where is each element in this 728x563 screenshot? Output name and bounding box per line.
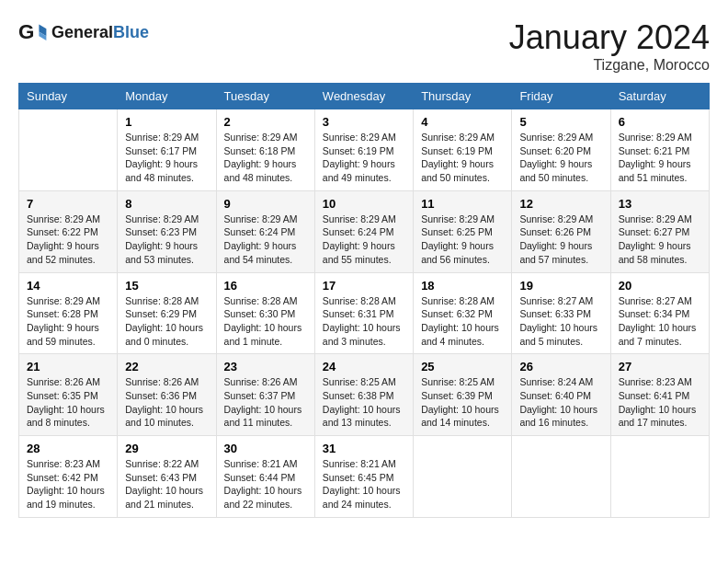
day-number: 20	[619, 279, 701, 293]
day-info: Sunrise: 8:21 AMSunset: 6:44 PMDaylight:…	[224, 457, 307, 511]
calendar-cell	[512, 436, 610, 518]
calendar-cell: 5Sunrise: 8:29 AMSunset: 6:20 PMDaylight…	[512, 109, 610, 191]
day-number: 12	[519, 197, 602, 211]
day-number: 17	[323, 279, 405, 293]
day-number: 30	[224, 442, 307, 455]
day-info: Sunrise: 8:29 AMSunset: 6:26 PMDaylight:…	[519, 213, 602, 267]
calendar-cell: 11Sunrise: 8:29 AMSunset: 6:25 PMDayligh…	[414, 190, 512, 272]
day-info: Sunrise: 8:29 AMSunset: 6:19 PMDaylight:…	[323, 131, 405, 185]
calendar-cell: 31Sunrise: 8:21 AMSunset: 6:45 PMDayligh…	[314, 436, 413, 518]
day-info: Sunrise: 8:21 AMSunset: 6:45 PMDaylight:…	[323, 457, 405, 511]
day-info: Sunrise: 8:28 AMSunset: 6:32 PMDaylight:…	[421, 294, 504, 349]
day-number: 27	[619, 360, 701, 373]
logo-blue: Blue	[113, 23, 149, 41]
day-info: Sunrise: 8:22 AMSunset: 6:43 PMDaylight:…	[125, 457, 208, 511]
day-number: 15	[125, 279, 208, 293]
day-info: Sunrise: 8:29 AMSunset: 6:27 PMDaylight:…	[619, 213, 701, 267]
day-number: 2	[224, 115, 307, 129]
col-header-tuesday: Tuesday	[216, 84, 314, 109]
day-number: 14	[27, 279, 109, 293]
day-info: Sunrise: 8:29 AMSunset: 6:24 PMDaylight:…	[323, 213, 405, 267]
calendar-cell: 13Sunrise: 8:29 AMSunset: 6:27 PMDayligh…	[610, 190, 709, 272]
col-header-monday: Monday	[118, 84, 216, 109]
day-number: 24	[323, 360, 405, 373]
day-info: Sunrise: 8:23 AMSunset: 6:41 PMDaylight:…	[619, 375, 701, 430]
day-info: Sunrise: 8:29 AMSunset: 6:23 PMDaylight:…	[125, 213, 208, 267]
day-info: Sunrise: 8:27 AMSunset: 6:34 PMDaylight:…	[619, 294, 701, 349]
day-info: Sunrise: 8:25 AMSunset: 6:38 PMDaylight:…	[323, 375, 405, 430]
logo-icon: G	[18, 18, 48, 48]
month-title: January 2024	[509, 18, 710, 57]
day-info: Sunrise: 8:26 AMSunset: 6:35 PMDaylight:…	[27, 375, 109, 430]
day-info: Sunrise: 8:29 AMSunset: 6:22 PMDaylight:…	[27, 213, 109, 267]
day-info: Sunrise: 8:29 AMSunset: 6:25 PMDaylight:…	[421, 213, 504, 267]
day-info: Sunrise: 8:23 AMSunset: 6:42 PMDaylight:…	[27, 457, 109, 511]
day-info: Sunrise: 8:26 AMSunset: 6:37 PMDaylight:…	[224, 375, 307, 430]
day-info: Sunrise: 8:28 AMSunset: 6:31 PMDaylight:…	[323, 294, 405, 349]
day-number: 18	[421, 279, 504, 293]
calendar-cell	[414, 436, 512, 518]
calendar-cell: 3Sunrise: 8:29 AMSunset: 6:19 PMDaylight…	[314, 109, 413, 191]
day-info: Sunrise: 8:29 AMSunset: 6:17 PMDaylight:…	[125, 131, 208, 185]
calendar-table: SundayMondayTuesdayWednesdayThursdayFrid…	[18, 83, 710, 518]
calendar-cell: 27Sunrise: 8:23 AMSunset: 6:41 PMDayligh…	[610, 354, 709, 436]
day-number: 1	[125, 115, 208, 129]
col-header-wednesday: Wednesday	[314, 84, 413, 109]
calendar-cell: 15Sunrise: 8:28 AMSunset: 6:29 PMDayligh…	[118, 272, 216, 354]
day-number: 23	[224, 360, 307, 373]
calendar-cell: 6Sunrise: 8:29 AMSunset: 6:21 PMDaylight…	[610, 109, 709, 191]
calendar-cell	[19, 109, 118, 191]
day-number: 25	[421, 360, 504, 373]
day-info: Sunrise: 8:29 AMSunset: 6:20 PMDaylight:…	[519, 131, 602, 185]
calendar-cell: 19Sunrise: 8:27 AMSunset: 6:33 PMDayligh…	[512, 272, 610, 354]
calendar-cell: 8Sunrise: 8:29 AMSunset: 6:23 PMDaylight…	[118, 190, 216, 272]
calendar-cell: 4Sunrise: 8:29 AMSunset: 6:19 PMDaylight…	[414, 109, 512, 191]
day-info: Sunrise: 8:28 AMSunset: 6:29 PMDaylight:…	[125, 294, 208, 349]
day-number: 26	[519, 360, 602, 373]
title-block: January 2024 Tizgane, Morocco	[509, 18, 710, 74]
day-number: 29	[125, 442, 208, 455]
calendar-cell: 22Sunrise: 8:26 AMSunset: 6:36 PMDayligh…	[118, 354, 216, 436]
day-number: 16	[224, 279, 307, 293]
day-info: Sunrise: 8:24 AMSunset: 6:40 PMDaylight:…	[519, 375, 602, 430]
day-info: Sunrise: 8:29 AMSunset: 6:21 PMDaylight:…	[619, 131, 701, 185]
calendar-week-row: 28Sunrise: 8:23 AMSunset: 6:42 PMDayligh…	[19, 436, 710, 518]
col-header-thursday: Thursday	[414, 84, 512, 109]
col-header-friday: Friday	[512, 84, 610, 109]
day-number: 19	[519, 279, 602, 293]
day-info: Sunrise: 8:29 AMSunset: 6:18 PMDaylight:…	[224, 131, 307, 185]
day-info: Sunrise: 8:25 AMSunset: 6:39 PMDaylight:…	[421, 375, 504, 430]
day-number: 22	[125, 360, 208, 373]
day-number: 10	[323, 197, 405, 211]
calendar-header-row: SundayMondayTuesdayWednesdayThursdayFrid…	[19, 84, 710, 109]
day-number: 7	[27, 197, 109, 211]
calendar-cell: 25Sunrise: 8:25 AMSunset: 6:39 PMDayligh…	[414, 354, 512, 436]
calendar-cell: 9Sunrise: 8:29 AMSunset: 6:24 PMDaylight…	[216, 190, 314, 272]
calendar-cell: 20Sunrise: 8:27 AMSunset: 6:34 PMDayligh…	[610, 272, 709, 354]
day-number: 4	[421, 115, 504, 129]
calendar-cell	[610, 436, 709, 518]
calendar-week-row: 14Sunrise: 8:29 AMSunset: 6:28 PMDayligh…	[19, 272, 710, 354]
calendar-cell: 1Sunrise: 8:29 AMSunset: 6:17 PMDaylight…	[118, 109, 216, 191]
calendar-week-row: 21Sunrise: 8:26 AMSunset: 6:35 PMDayligh…	[19, 354, 710, 436]
location-subtitle: Tizgane, Morocco	[509, 57, 710, 74]
calendar-cell: 30Sunrise: 8:21 AMSunset: 6:44 PMDayligh…	[216, 436, 314, 518]
calendar-cell: 26Sunrise: 8:24 AMSunset: 6:40 PMDayligh…	[512, 354, 610, 436]
day-info: Sunrise: 8:27 AMSunset: 6:33 PMDaylight:…	[519, 294, 602, 349]
calendar-cell: 17Sunrise: 8:28 AMSunset: 6:31 PMDayligh…	[314, 272, 413, 354]
calendar-cell: 29Sunrise: 8:22 AMSunset: 6:43 PMDayligh…	[118, 436, 216, 518]
page-header: G GeneralBlue January 2024 Tizgane, Moro…	[18, 18, 710, 74]
day-number: 28	[27, 442, 109, 455]
day-number: 3	[323, 115, 405, 129]
logo: G GeneralBlue	[18, 18, 149, 48]
calendar-cell: 28Sunrise: 8:23 AMSunset: 6:42 PMDayligh…	[19, 436, 118, 518]
day-number: 31	[323, 442, 405, 455]
day-number: 13	[619, 197, 701, 211]
day-number: 21	[27, 360, 109, 373]
day-number: 8	[125, 197, 208, 211]
day-info: Sunrise: 8:29 AMSunset: 6:19 PMDaylight:…	[421, 131, 504, 185]
day-number: 6	[619, 115, 701, 129]
calendar-cell: 14Sunrise: 8:29 AMSunset: 6:28 PMDayligh…	[19, 272, 118, 354]
day-number: 5	[519, 115, 602, 129]
calendar-cell: 7Sunrise: 8:29 AMSunset: 6:22 PMDaylight…	[19, 190, 118, 272]
